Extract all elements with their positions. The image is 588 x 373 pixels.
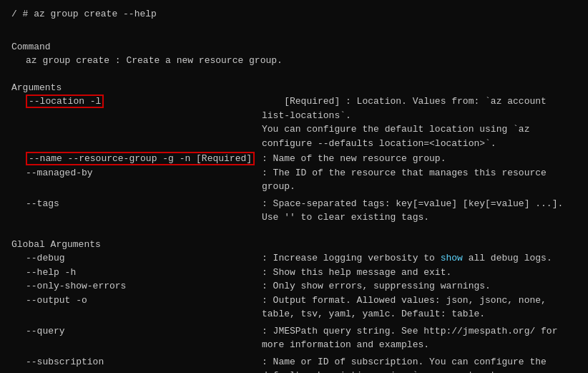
global-only-show-right: : Only show errors, suppressing warnings… xyxy=(262,279,491,294)
global-query-left: --query xyxy=(26,324,262,339)
command-header: Command xyxy=(11,40,577,54)
arg-name-right: : Name of the new resource group. xyxy=(262,152,446,166)
global-output-right: : Output format. Allowed values: json, j… xyxy=(262,294,547,308)
arg-managed-left: --managed-by xyxy=(26,166,262,180)
global-query-cont1: more information and examples. xyxy=(11,338,577,352)
prompt-line: / # az group create --help xyxy=(11,7,577,21)
arg-location-left: --location -l xyxy=(26,95,262,122)
global-output-cont1: table, tsv, yaml, yamlc. Default: table. xyxy=(11,307,577,321)
location-box: --location -l xyxy=(26,95,104,108)
global-help-right: : Show this help message and exit. xyxy=(262,266,451,280)
global-subscription-row: --subscription : Name or ID of subscript… xyxy=(11,355,577,369)
global-subscription-left: --subscription xyxy=(26,355,262,369)
arg-managed-row: --managed-by : The ID of the resource th… xyxy=(11,166,577,180)
arg-name-left: --name --resource-group -g -n [Required] xyxy=(26,152,262,166)
global-header: Global Arguments xyxy=(11,238,577,252)
arg-location-right: [Required] : Location. Values from: `az … xyxy=(262,95,577,122)
arg-tags-cont1: Use '' to clear existing tags. xyxy=(11,210,577,225)
global-debug-right: : Increase logging verbosity to show all… xyxy=(262,251,552,266)
global-only-show-left: --only-show-errors xyxy=(26,279,262,294)
arg-tags-left: --tags xyxy=(26,197,262,211)
name-box: --name --resource-group -g -n [Required] xyxy=(26,152,255,165)
global-subscription-right: : Name or ID of subscription. You can co… xyxy=(262,355,547,369)
global-query-row: --query : JMESPath query string. See htt… xyxy=(11,324,577,339)
arg-managed-right: : The ID of the resource that manages th… xyxy=(262,166,547,180)
global-output-left: --output -o xyxy=(26,294,262,308)
global-help-row: --help -h : Show this help message and e… xyxy=(11,266,577,280)
arguments-header: Arguments xyxy=(11,81,577,95)
arg-location-row: --location -l [Required] : Location. Val… xyxy=(11,95,577,122)
global-subscription-cont1: default subscription using `az account s… xyxy=(11,369,577,373)
arg-location-cont1: You can configure the default location u… xyxy=(11,122,577,137)
global-query-right: : JMESPath query string. See http://jmes… xyxy=(262,324,557,339)
arg-tags-right: : Space-separated tags: key[=value] [key… xyxy=(262,197,563,211)
global-debug-row: --debug : Increase logging verbosity to … xyxy=(11,251,577,266)
terminal-window: / # az group create --help Command az gr… xyxy=(11,7,577,373)
global-help-left: --help -h xyxy=(26,266,262,280)
global-only-show-row: --only-show-errors : Only show errors, s… xyxy=(11,279,577,294)
arg-managed-cont1: group. xyxy=(11,180,577,194)
arg-tags-row: --tags : Space-separated tags: key[=valu… xyxy=(11,197,577,211)
global-debug-left: --debug xyxy=(26,251,262,266)
arg-location-cont2: configure --defaults location=<location>… xyxy=(11,137,577,151)
global-output-row: --output -o : Output format. Allowed val… xyxy=(11,294,577,308)
command-desc: az group create : Create a new resource … xyxy=(11,54,577,68)
prompt-text: / # az group create --help xyxy=(11,9,157,19)
arg-name-row: --name --resource-group -g -n [Required]… xyxy=(11,152,577,166)
